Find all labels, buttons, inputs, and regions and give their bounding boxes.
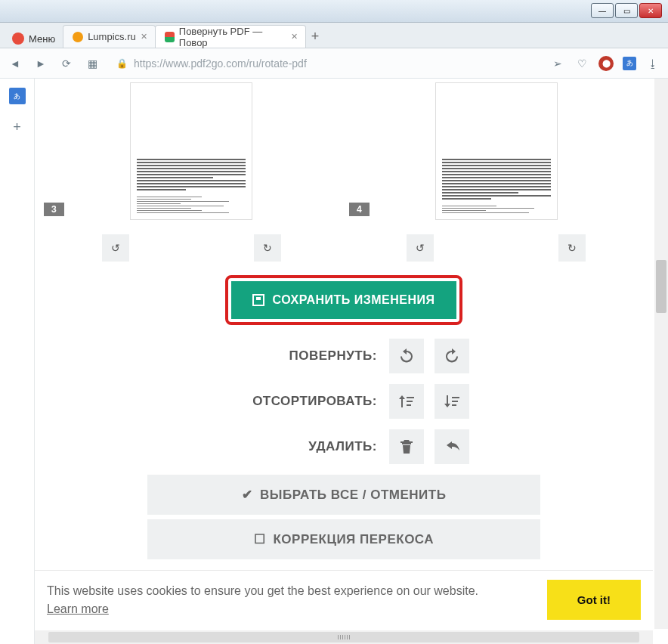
undo-button[interactable]: [435, 429, 469, 464]
browser-sidebar: あ +: [0, 79, 35, 644]
delete-button[interactable]: [389, 429, 424, 464]
page-thumbnail-3[interactable]: 3: [39, 83, 343, 219]
tab-close-icon[interactable]: ✕: [141, 32, 147, 42]
delete-label: УДАЛИТЬ:: [147, 439, 389, 454]
favicon-lumpics-icon: [73, 32, 83, 42]
rotate-all-ccw-button[interactable]: [389, 339, 424, 373]
forward-button[interactable]: ►: [33, 56, 48, 71]
tab-label: Lumpics.ru: [88, 31, 136, 42]
address-bar: ◄ ► ⟳ ▦ 🔒 https://www.pdf2go.com/ru/rota…: [0, 48, 668, 79]
horizontal-scrollbar[interactable]: [35, 630, 653, 644]
rotate-all-cw-button[interactable]: [435, 339, 469, 373]
window-close-button[interactable]: ✕: [639, 3, 662, 18]
save-disk-icon: [252, 294, 264, 306]
page-content: 3 4 ↺ ↻ ↺ ↻ СОХРАНИТЬ ИЗМЕНЕНИЯ ПОВЕРНУТ…: [35, 79, 653, 629]
browser-tab-row: Меню Lumpics.ru ✕ Повернуть PDF — Повор …: [0, 23, 668, 48]
tab-label: Повернуть PDF — Повор: [179, 26, 286, 48]
cookie-learn-more-link[interactable]: Learn more: [47, 602, 109, 615]
page-thumbnail-row: 3 4: [35, 79, 653, 219]
tab-lumpics[interactable]: Lumpics.ru ✕: [63, 25, 156, 48]
reload-button[interactable]: ⟳: [59, 56, 74, 71]
rotate-cw-button[interactable]: ↻: [558, 234, 586, 262]
lock-icon: 🔒: [116, 58, 128, 69]
favicon-pdf2go-icon: [165, 32, 175, 42]
cookie-text: This website uses cookies to ensure you …: [47, 584, 478, 597]
tab-close-icon[interactable]: ✕: [291, 32, 298, 42]
highlight-annotation: СОХРАНИТЬ ИЗМЕНЕНИЯ: [225, 275, 462, 325]
rotate-ccw-button[interactable]: ↺: [407, 234, 434, 262]
adblock-badge[interactable]: ⬤: [598, 56, 614, 71]
action-panel: ПОВЕРНУТЬ: ОТСОРТИРОВАТЬ: УДАЛИТЬ: ✔ ВЫБ…: [147, 339, 540, 559]
opera-menu-label: Меню: [29, 33, 55, 45]
page-number-badge: 3: [44, 203, 64, 216]
page-preview: [436, 83, 557, 219]
check-icon: ✔: [242, 487, 253, 503]
sidebar-translate-icon[interactable]: あ: [9, 88, 26, 104]
save-changes-button[interactable]: СОХРАНИТЬ ИЗМЕНЕНИЯ: [231, 281, 456, 319]
per-page-rotate-row: ↺ ↻ ↺ ↻: [35, 219, 653, 271]
page-thumbnail-4[interactable]: 4: [345, 83, 648, 219]
send-icon[interactable]: ➢: [550, 56, 565, 71]
tab-pdf2go[interactable]: Повернуть PDF — Повор ✕: [155, 25, 306, 48]
cookie-banner: This website uses cookies to ensure you …: [35, 570, 653, 629]
window-maximize-button[interactable]: ▭: [615, 3, 638, 18]
save-button-label: СОХРАНИТЬ ИЗМЕНЕНИЯ: [272, 293, 435, 307]
checkbox-icon: ☐: [254, 531, 266, 547]
window-titlebar: ― ▭ ✕: [0, 0, 668, 23]
opera-icon: [12, 33, 24, 45]
bookmark-icon[interactable]: ♡: [574, 56, 589, 71]
vertical-scrollbar[interactable]: [654, 79, 668, 629]
speed-dial-button[interactable]: ▦: [85, 56, 100, 71]
window-minimize-button[interactable]: ―: [591, 3, 614, 18]
rotate-ccw-button[interactable]: ↺: [102, 234, 129, 262]
translate-icon[interactable]: あ: [623, 57, 636, 70]
sort-label: ОТСОРТИРОВАТЬ:: [147, 394, 389, 409]
back-button[interactable]: ◄: [8, 56, 23, 71]
deskew-label: КОРРЕКЦИЯ ПЕРЕКОСА: [273, 532, 434, 547]
select-all-button[interactable]: ✔ ВЫБРАТЬ ВСЕ / ОТМЕНИТЬ: [147, 475, 540, 515]
download-icon[interactable]: ⭳: [645, 56, 660, 71]
cookie-accept-label: Got it!: [577, 593, 611, 606]
address-url: https://www.pdf2go.com/ru/rotate-pdf: [134, 57, 533, 70]
new-tab-button[interactable]: +: [305, 26, 326, 48]
opera-menu-button[interactable]: Меню: [5, 29, 63, 48]
sidebar-add-button[interactable]: +: [8, 118, 26, 136]
address-input[interactable]: 🔒 https://www.pdf2go.com/ru/rotate-pdf: [110, 53, 540, 74]
rotate-cw-button[interactable]: ↻: [254, 234, 281, 262]
page-number-badge: 4: [349, 203, 370, 216]
sort-asc-button[interactable]: [389, 384, 424, 419]
cookie-accept-button[interactable]: Got it!: [547, 580, 641, 620]
select-all-label: ВЫБРАТЬ ВСЕ / ОТМЕНИТЬ: [260, 488, 446, 503]
deskew-button[interactable]: ☐ КОРРЕКЦИЯ ПЕРЕКОСА: [147, 519, 540, 559]
sort-desc-button[interactable]: [435, 384, 469, 419]
rotate-label: ПОВЕРНУТЬ:: [147, 348, 389, 364]
page-preview: [131, 83, 252, 219]
